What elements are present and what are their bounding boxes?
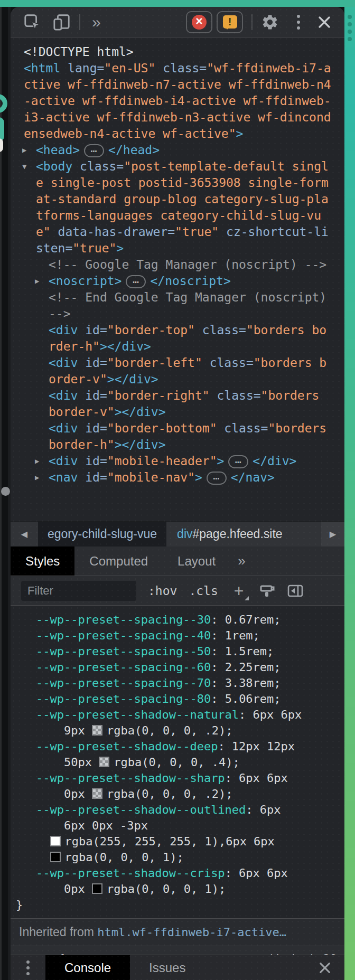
- css-property-name[interactable]: --wp--preset--spacing--30: [36, 613, 211, 626]
- color-swatch[interactable]: [92, 883, 102, 894]
- css-declaration[interactable]: --wp--preset--shadow--crisp: 6px 6px 0px…: [11, 865, 325, 897]
- new-style-rule-button[interactable]: +: [234, 582, 248, 599]
- rendering-emulations-button[interactable]: [259, 583, 275, 599]
- breadcrumb-left-arrow[interactable]: ◀: [11, 522, 38, 546]
- css-colon: :: [246, 803, 253, 816]
- issues-button[interactable]: !: [217, 11, 243, 33]
- dom-tree-line[interactable]: <!-- Google Tag Manager (noscript) -->: [11, 257, 334, 273]
- color-swatch[interactable]: [50, 836, 61, 846]
- filter-input[interactable]: [21, 581, 136, 601]
- hover-state-toggle[interactable]: :hov: [148, 584, 177, 598]
- css-property-name[interactable]: --wp--preset--shadow--natural: [36, 708, 239, 721]
- css-property-value[interactable]: rgba(0, 0, 0, 1);: [107, 882, 226, 896]
- css-property-name[interactable]: --wp--preset--spacing--60: [36, 661, 211, 674]
- dom-tree-line[interactable]: ▶<nav id="mobile-nav">…</nav>: [11, 469, 334, 486]
- color-swatch[interactable]: [92, 788, 102, 799]
- breadcrumb-right-arrow[interactable]: ▶: [321, 522, 344, 546]
- css-property-value[interactable]: rgba(0, 0, 0, .4);: [114, 756, 239, 769]
- css-declaration[interactable]: --wp--preset--spacing--30: 0.67rem;: [11, 612, 325, 628]
- collapsed-children-ellipsis[interactable]: …: [126, 275, 146, 288]
- dom-tree-line[interactable]: <!-- End Google Tag Manager (noscript) -…: [11, 289, 334, 322]
- more-panels-button[interactable]: »: [92, 14, 101, 30]
- tab-layout[interactable]: Layout: [163, 546, 230, 576]
- device-toolbar-button[interactable]: [53, 13, 71, 31]
- collapsed-arrow-icon[interactable]: ▶: [22, 142, 26, 158]
- css-property-value[interactable]: rgba(0, 0, 0, 1);: [65, 851, 184, 864]
- more-tabs-button[interactable]: »: [230, 546, 253, 576]
- rule-source-link[interactable]: (index):29: [267, 951, 337, 955]
- css-property-value[interactable]: 1rem;: [218, 629, 259, 642]
- color-swatch[interactable]: [50, 852, 61, 862]
- tab-console[interactable]: Console: [45, 955, 130, 980]
- css-property-name[interactable]: --wp--preset--spacing--80: [36, 692, 211, 705]
- collapsed-children-ellipsis[interactable]: …: [228, 455, 248, 468]
- inspect-element-button[interactable]: [23, 13, 41, 31]
- css-colon: :: [225, 771, 232, 785]
- tab-issues[interactable]: Issues: [130, 955, 204, 980]
- dom-tree-line[interactable]: <div id="border-left" class="borders bor…: [11, 355, 334, 388]
- css-property-name[interactable]: --wp--preset--shadow--outlined: [36, 803, 246, 816]
- drawer-handle[interactable]: [11, 955, 45, 980]
- css-declaration[interactable]: --wp--preset--shadow--outlined: 6px 6px …: [11, 802, 325, 865]
- css-property-value[interactable]: rgba(0, 0, 0, .2);: [107, 724, 232, 737]
- dom-tree-line[interactable]: ▶<div id="mobile-header">…</div>: [11, 453, 334, 469]
- dom-tree-line[interactable]: ▶<head>…</head>: [11, 142, 334, 158]
- inherited-selector-link[interactable]: html.wf-ffdinweb-i7-active…: [97, 926, 286, 939]
- css-declaration[interactable]: --wp--preset--spacing--80: 5.06rem;: [11, 691, 325, 707]
- collapsed-children-ellipsis[interactable]: …: [207, 472, 227, 485]
- rule-closing-brace: }: [11, 897, 344, 913]
- css-declaration[interactable]: --wp--preset--spacing--40: 1rem;: [11, 628, 325, 644]
- color-swatch[interactable]: [99, 757, 109, 767]
- css-property-value[interactable]: 1.5rem;: [218, 645, 274, 658]
- class-toggle[interactable]: .cls: [189, 584, 218, 598]
- dom-token: <html: [24, 61, 60, 75]
- breadcrumb-item-selected[interactable]: div#page.hfeed.site: [166, 522, 293, 546]
- css-property-name[interactable]: --wp--preset--spacing--40: [36, 629, 211, 642]
- css-property-value[interactable]: 0.67rem;: [218, 613, 281, 626]
- styles-pane: --wp--preset--spacing--30: 0.67rem;--wp-…: [11, 606, 344, 955]
- css-declaration[interactable]: --wp--preset--shadow--sharp: 6px 6px 0px…: [11, 770, 325, 802]
- collapsed-arrow-icon[interactable]: ▶: [35, 273, 39, 289]
- css-property-name[interactable]: --wp--preset--shadow--crisp: [36, 866, 225, 880]
- css-declaration[interactable]: --wp--preset--spacing--60: 2.25rem;: [11, 659, 325, 675]
- css-property-name[interactable]: --wp--preset--shadow--deep: [36, 740, 218, 753]
- expanded-arrow-icon[interactable]: ▼: [22, 158, 26, 175]
- tab-computed[interactable]: Computed: [74, 546, 163, 576]
- collapsed-arrow-icon[interactable]: ▶: [35, 469, 39, 486]
- css-declaration[interactable]: --wp--preset--spacing--50: 1.5rem;: [11, 644, 325, 659]
- dom-tree-line[interactable]: ▶<noscript>…</noscript>: [11, 273, 334, 289]
- toggle-sidebar-icon[interactable]: [287, 582, 304, 599]
- overflow-menu-button[interactable]: [297, 15, 300, 30]
- webpage-dot-decoration: [348, 37, 352, 41]
- screenshot-root: » × ! <!DOCTYPE html><ht: [0, 0, 355, 980]
- dom-tree-line[interactable]: <div id="border-bottom" class="borders b…: [11, 420, 334, 453]
- elements-tree[interactable]: <!DOCTYPE html><html lang="en-US" class=…: [11, 37, 344, 521]
- dom-tree-line[interactable]: <div id="border-right" class="borders bo…: [11, 388, 334, 420]
- css-property-value[interactable]: 5.06rem;: [218, 692, 281, 705]
- dom-token: lang=: [60, 61, 104, 75]
- dom-tree-line[interactable]: <div id="border-top" class="borders bord…: [11, 322, 334, 355]
- css-property-name[interactable]: --wp--preset--spacing--50: [36, 645, 211, 658]
- tab-styles[interactable]: Styles: [11, 546, 74, 576]
- collapsed-children-ellipsis[interactable]: …: [84, 144, 104, 157]
- dom-token: class=: [217, 421, 268, 435]
- css-declaration[interactable]: --wp--preset--spacing--70: 3.38rem;: [11, 675, 325, 691]
- dom-tree-line[interactable]: ▼<body class="post-template-default sing…: [11, 158, 334, 257]
- css-property-name[interactable]: --wp--preset--shadow--sharp: [36, 771, 225, 785]
- css-declaration[interactable]: --wp--preset--shadow--deep: 12px 12px 50…: [11, 739, 325, 770]
- css-property-name[interactable]: --wp--preset--spacing--70: [36, 676, 211, 690]
- css-property-value[interactable]: 3.38rem;: [218, 676, 281, 690]
- breadcrumb-item-body[interactable]: egory-child-slug-vue: [38, 522, 166, 546]
- css-declaration[interactable]: --wp--preset--shadow--natural: 6px 6px 9…: [11, 707, 325, 739]
- dom-token: id=: [78, 421, 107, 435]
- css-property-value[interactable]: 2.25rem;: [218, 661, 281, 674]
- console-errors-button[interactable]: ×: [186, 11, 212, 33]
- collapsed-arrow-icon[interactable]: ▶: [35, 453, 39, 469]
- dom-tree-line[interactable]: <!DOCTYPE html>: [11, 44, 334, 60]
- close-drawer-button[interactable]: [318, 955, 344, 980]
- css-property-value[interactable]: rgba(0, 0, 0, .2);: [107, 787, 232, 800]
- color-swatch[interactable]: [92, 725, 102, 736]
- dom-tree-line[interactable]: <html lang="en-US" class="wf-ffdinweb-i7…: [11, 60, 334, 142]
- settings-button[interactable]: [261, 13, 279, 31]
- close-devtools-button[interactable]: [317, 15, 332, 30]
